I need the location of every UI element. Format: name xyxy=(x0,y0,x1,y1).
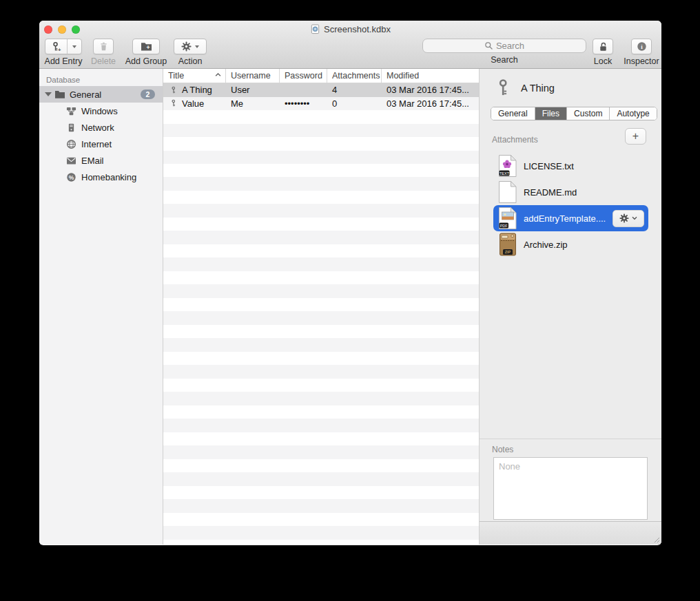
svg-text:%: % xyxy=(69,173,74,180)
key-icon xyxy=(170,98,178,108)
entry-attachment-count: 4 xyxy=(327,85,382,95)
sidebar-item-label: Internet xyxy=(81,139,112,149)
search-input[interactable] xyxy=(423,39,586,52)
envelope-icon xyxy=(65,155,77,167)
add-group-group: + Add Group xyxy=(123,39,169,66)
tab-autotype[interactable]: Autotype xyxy=(610,107,656,120)
window-title-bar: Screenshot.kdbx xyxy=(39,23,661,34)
attachment-name: Archive.zip xyxy=(524,240,568,250)
inspector-toggle-group: i Inspector xyxy=(621,39,661,66)
unlocked-padlock-icon xyxy=(598,41,608,52)
inspector-panel: A Thing General Files Custom Autotype At… xyxy=(479,69,661,545)
add-attachment-button[interactable]: + xyxy=(625,128,646,145)
svg-text:ZIP: ZIP xyxy=(505,250,511,254)
desktop-background: Screenshot.kdbx + xyxy=(0,0,700,601)
inspector-footer xyxy=(480,521,661,545)
attachment-name: addEntryTemplate.... xyxy=(524,213,606,224)
globe-icon xyxy=(65,138,77,150)
disclosure-triangle-icon[interactable] xyxy=(45,92,52,96)
column-header-title[interactable]: Title xyxy=(163,69,226,83)
entry-attachment-count: 0 xyxy=(327,98,382,109)
tab-general[interactable]: General xyxy=(491,107,535,120)
sidebar-item-label: General xyxy=(70,89,101,100)
lock-group: Lock xyxy=(593,39,613,66)
gear-icon xyxy=(619,213,629,223)
entry-username: User xyxy=(226,85,280,95)
tab-files[interactable]: Files xyxy=(535,107,567,120)
attachments-section-label: Attachments xyxy=(492,135,538,145)
window-title: Screenshot.kdbx xyxy=(324,24,391,34)
sidebar-item-label: Network xyxy=(81,123,114,133)
sidebar-item-general[interactable]: General 2 xyxy=(39,86,163,103)
attachment-row[interactable]: ZIP Archive.zip xyxy=(480,231,661,257)
table-body: A Thing User 4 03 Mar 2016 17:45... xyxy=(163,83,479,545)
sort-ascending-icon xyxy=(215,72,221,77)
table-row[interactable]: A Thing User 4 03 Mar 2016 17:45... xyxy=(163,83,479,97)
inspector-entry-title: A Thing xyxy=(521,83,555,94)
gear-icon xyxy=(181,41,192,52)
info-icon: i xyxy=(637,41,647,52)
attachment-list: TEXT LICENSE.txt README.md xyxy=(480,153,661,257)
add-entry-dropdown[interactable] xyxy=(68,39,81,54)
column-header-attachments[interactable]: Attachments xyxy=(327,69,382,83)
text-file-icon: TEXT xyxy=(498,154,517,178)
sidebar-item-internet[interactable]: Internet xyxy=(39,136,163,152)
lock-button[interactable] xyxy=(593,39,613,54)
percent-circle-icon: % xyxy=(65,171,77,183)
table-header: Title Username Password Attachments Modi… xyxy=(163,69,479,83)
entry-password: •••••••• xyxy=(280,98,327,109)
column-header-password[interactable]: Password xyxy=(280,69,327,83)
attachment-row-selected[interactable]: PDF addEntryTemplate.... xyxy=(493,205,648,231)
search-label: Search xyxy=(491,55,518,65)
sidebar-item-windows[interactable]: Windows xyxy=(39,103,163,119)
sidebar: Database General 2 xyxy=(39,69,163,545)
action-group: Action xyxy=(174,39,207,66)
entry-table: Title Username Password Attachments Modi… xyxy=(163,69,479,545)
chevron-down-icon xyxy=(195,45,199,48)
server-icon xyxy=(65,122,77,134)
column-header-username[interactable]: Username xyxy=(226,69,280,83)
notes-section-label: Notes xyxy=(492,445,513,454)
chevron-down-icon xyxy=(632,216,637,220)
key-icon xyxy=(170,85,178,95)
entry-modified-date: 03 Mar 2016 17:45... xyxy=(382,85,479,95)
inspector-label: Inspector xyxy=(624,56,659,66)
entry-title: A Thing xyxy=(182,85,212,95)
svg-text:+: + xyxy=(146,44,150,51)
add-group-button[interactable]: + xyxy=(132,39,160,54)
action-button[interactable] xyxy=(174,39,207,54)
folder-icon xyxy=(54,89,65,101)
lock-label: Lock xyxy=(594,56,612,66)
attachment-row[interactable]: TEXT LICENSE.txt xyxy=(480,153,661,179)
attachment-row[interactable]: README.md xyxy=(480,179,661,205)
sidebar-item-label: Windows xyxy=(81,106,118,116)
delete-button[interactable] xyxy=(93,39,114,54)
add-group-label: Add Group xyxy=(125,56,167,66)
svg-text:+: + xyxy=(59,48,61,52)
add-entry-button[interactable]: + xyxy=(45,39,82,54)
inspector-button[interactable]: i xyxy=(631,39,652,54)
sidebar-item-network[interactable]: Network xyxy=(39,119,163,136)
attachment-name: LICENSE.txt xyxy=(524,161,574,171)
notes-input[interactable] xyxy=(493,457,648,520)
table-row[interactable]: Value Me •••••••• 0 03 Mar 2016 17:45... xyxy=(163,97,479,111)
inspector-tabs: General Files Custom Autotype xyxy=(491,107,657,120)
attachment-action-button[interactable] xyxy=(612,210,644,227)
sidebar-item-label: Homebanking xyxy=(81,172,136,182)
chevron-down-icon xyxy=(72,45,76,48)
zip-file-icon: ZIP xyxy=(498,233,517,256)
search-group: Search Search xyxy=(422,39,586,65)
column-header-modified[interactable]: Modified xyxy=(382,69,479,83)
entry-modified-date: 03 Mar 2016 17:45... xyxy=(382,98,479,109)
section-divider xyxy=(480,439,661,439)
empty-row-stripes xyxy=(163,110,479,545)
sidebar-item-homebanking[interactable]: % Homebanking xyxy=(39,169,163,185)
resize-grip[interactable] xyxy=(652,535,660,543)
attachment-name: README.md xyxy=(524,187,577,198)
search-field[interactable]: Search xyxy=(422,39,586,53)
svg-text:TEXT: TEXT xyxy=(500,171,510,176)
sidebar-item-email[interactable]: EMail xyxy=(39,152,163,169)
add-entry-label: Add Entry xyxy=(45,56,83,66)
sidebar-section-header: Database xyxy=(39,73,163,86)
tab-custom[interactable]: Custom xyxy=(567,107,610,120)
